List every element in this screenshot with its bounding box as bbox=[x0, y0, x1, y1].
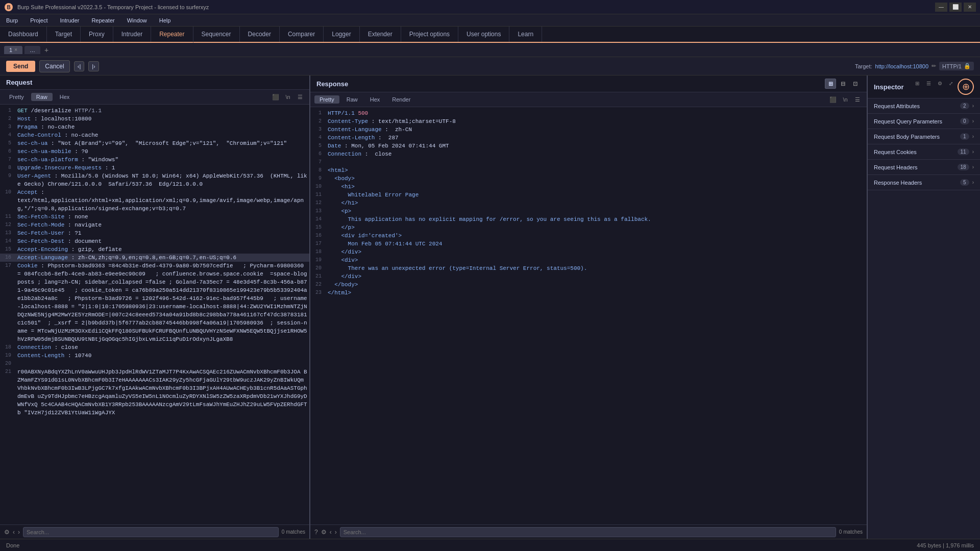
response-view-split[interactable]: ⊞ bbox=[825, 79, 836, 89]
repeater-tab-1-close[interactable]: × bbox=[14, 47, 17, 53]
response-panel: Response ⊞ ⊟ ⊡ Pretty Raw Hex Render ⬛ \… bbox=[310, 76, 868, 539]
send-button[interactable]: Send bbox=[6, 61, 35, 72]
inspector-section-header-0[interactable]: Request Attributes 2 › bbox=[868, 98, 980, 113]
response-view-horizontal[interactable]: ⊟ bbox=[837, 79, 848, 89]
request-tool-wrap[interactable]: \n bbox=[283, 92, 293, 102]
repeater-tab-add[interactable]: + bbox=[42, 46, 51, 54]
inspector-tools: ⊞ ☰ ⚙ ⤢ ⊕ bbox=[913, 79, 974, 95]
response-search-next[interactable]: › bbox=[335, 529, 337, 536]
response-view-icons: ⊞ ⊟ ⊡ bbox=[825, 79, 861, 89]
response-search-help[interactable]: ? bbox=[314, 529, 318, 536]
request-line: 2Host : localhost:10800 bbox=[0, 115, 309, 123]
request-line: 13Sec-Fetch-User : ?1 bbox=[0, 229, 309, 237]
inspector-section-2: Request Body Parameters 1 › bbox=[868, 129, 980, 144]
request-search-bar: ⚙ ‹ › 0 matches bbox=[0, 524, 309, 539]
request-search-input[interactable] bbox=[23, 527, 279, 537]
request-search-settings[interactable]: ⚙ bbox=[4, 529, 10, 536]
inspector-tool-expand[interactable]: ⤢ bbox=[946, 79, 955, 88]
maximize-button[interactable]: ⬜ bbox=[949, 3, 962, 12]
cancel-button[interactable]: Cancel bbox=[39, 60, 69, 72]
inspector-section-header-1[interactable]: Request Query Parameters 0 › bbox=[868, 114, 980, 129]
response-line: 23</html> bbox=[310, 289, 867, 297]
target-edit-icon[interactable]: ✏ bbox=[932, 63, 936, 69]
inspector-panel: Inspector ⊞ ☰ ⚙ ⤢ ⊕ Request Attributes 2… bbox=[868, 76, 980, 539]
response-view-vertical[interactable]: ⊡ bbox=[849, 79, 861, 89]
request-line: 3Pragma : no-cache bbox=[0, 123, 309, 131]
menu-intruder[interactable]: Intruder bbox=[58, 16, 82, 24]
request-line: 11Sec-Fetch-Site : none bbox=[0, 213, 309, 221]
back-button[interactable]: ‹ | bbox=[74, 61, 85, 71]
response-tab-pretty[interactable]: Pretty bbox=[314, 95, 339, 104]
response-line: 12 </h1> bbox=[310, 199, 867, 207]
repeater-tabs: 1 × … + bbox=[0, 43, 980, 57]
request-panel-header: Request bbox=[0, 76, 309, 90]
tab-project-options[interactable]: Project options bbox=[401, 27, 458, 42]
inspector-tool-grid[interactable]: ⊞ bbox=[913, 79, 922, 88]
title-bar-controls: — ⬜ ✕ bbox=[935, 3, 976, 12]
menu-window[interactable]: Window bbox=[125, 16, 149, 24]
menu-help[interactable]: Help bbox=[157, 16, 173, 24]
inspector-tool-list[interactable]: ☰ bbox=[924, 79, 933, 88]
inspector-section-header-2[interactable]: Request Body Parameters 1 › bbox=[868, 129, 980, 144]
response-line: 1HTTP/1.1 500 bbox=[310, 109, 867, 117]
inspector-section-header-4[interactable]: Request Headers 18 › bbox=[868, 160, 980, 174]
response-tool-format[interactable]: ⬛ bbox=[828, 94, 838, 105]
tab-user-options[interactable]: User options bbox=[458, 27, 509, 42]
response-search-settings[interactable]: ⚙ bbox=[321, 529, 327, 536]
tab-dashboard[interactable]: Dashboard bbox=[0, 27, 47, 42]
inspector-header: Inspector ⊞ ☰ ⚙ ⤢ ⊕ bbox=[868, 76, 980, 98]
request-tab-pretty[interactable]: Pretty bbox=[4, 93, 29, 101]
tab-intruder[interactable]: Intruder bbox=[113, 27, 151, 42]
response-tab-raw[interactable]: Raw bbox=[341, 95, 363, 104]
response-tool-menu[interactable]: ☰ bbox=[852, 94, 863, 105]
request-tool-format[interactable]: ⬛ bbox=[271, 92, 281, 102]
response-tool-wrap[interactable]: \n bbox=[840, 94, 850, 105]
repeater-tab-more[interactable]: … bbox=[24, 46, 40, 54]
response-code-area[interactable]: 1HTTP/1.1 5002Content-Type : text/html;c… bbox=[310, 107, 867, 524]
inspector-section-header-5[interactable]: Response Headers 5 › bbox=[868, 175, 980, 190]
request-tab-hex[interactable]: Hex bbox=[55, 93, 75, 101]
menu-repeater[interactable]: Repeater bbox=[89, 16, 116, 24]
request-code-area[interactable]: 1GET /deserialize HTTP/1.12Host : localh… bbox=[0, 105, 309, 524]
request-line: 12Sec-Fetch-Mode : navigate bbox=[0, 221, 309, 229]
request-line: 20 bbox=[0, 360, 309, 368]
menu-burp[interactable]: Burp bbox=[4, 16, 20, 24]
response-line: 21 </div> bbox=[310, 272, 867, 281]
tab-logger[interactable]: Logger bbox=[324, 27, 359, 42]
minimize-button[interactable]: — bbox=[935, 3, 947, 12]
nav-tabs: Dashboard Target Proxy Intruder Repeater… bbox=[0, 27, 980, 43]
inspector-section-header-3[interactable]: Request Cookies 11 › bbox=[868, 144, 980, 159]
tab-sequencer[interactable]: Sequencer bbox=[193, 27, 240, 42]
response-search-prev[interactable]: ‹ bbox=[330, 529, 332, 536]
response-line: 15 </p> bbox=[310, 223, 867, 232]
response-line: 13 <p> bbox=[310, 207, 867, 215]
request-search-next[interactable]: › bbox=[18, 529, 20, 536]
response-search-input[interactable] bbox=[340, 527, 836, 537]
tab-extender[interactable]: Extender bbox=[360, 27, 401, 42]
request-line: 9User-Agent : Mozilla/5.0 (Windows NT 10… bbox=[0, 172, 309, 188]
tab-learn[interactable]: Learn bbox=[509, 27, 542, 42]
request-line: 14Sec-Fetch-Dest : document bbox=[0, 237, 309, 245]
tab-target[interactable]: Target bbox=[47, 27, 81, 42]
response-line: 6Connection : close bbox=[310, 150, 867, 158]
request-tool-menu[interactable]: ☰ bbox=[295, 92, 305, 102]
inspector-section-0: Request Attributes 2 › bbox=[868, 98, 980, 114]
response-tab-hex[interactable]: Hex bbox=[365, 95, 385, 104]
close-button[interactable]: ✕ bbox=[964, 3, 976, 12]
inspector-tool-filter[interactable]: ⚙ bbox=[935, 79, 944, 88]
tab-repeater[interactable]: Repeater bbox=[151, 27, 193, 43]
forward-button[interactable]: | › bbox=[88, 61, 99, 71]
tab-proxy[interactable]: Proxy bbox=[81, 27, 113, 42]
tab-decoder[interactable]: Decoder bbox=[240, 27, 280, 42]
tab-comparer[interactable]: Comparer bbox=[280, 27, 324, 42]
inspector-globe-icon[interactable]: ⊕ bbox=[958, 79, 974, 95]
target-label: Target: bbox=[855, 63, 872, 69]
request-line: 15Accept-Encoding : gzip, deflate bbox=[0, 245, 309, 254]
svg-text:B: B bbox=[7, 5, 10, 10]
request-search-prev[interactable]: ‹ bbox=[13, 529, 15, 536]
request-tab-raw[interactable]: Raw bbox=[31, 93, 53, 101]
menu-project[interactable]: Project bbox=[28, 16, 50, 24]
response-tab-render[interactable]: Render bbox=[387, 95, 415, 104]
target-info: Target: http://localhost:10800 ✏ HTTP/1 … bbox=[855, 62, 974, 70]
repeater-tab-1[interactable]: 1 × bbox=[4, 46, 22, 54]
